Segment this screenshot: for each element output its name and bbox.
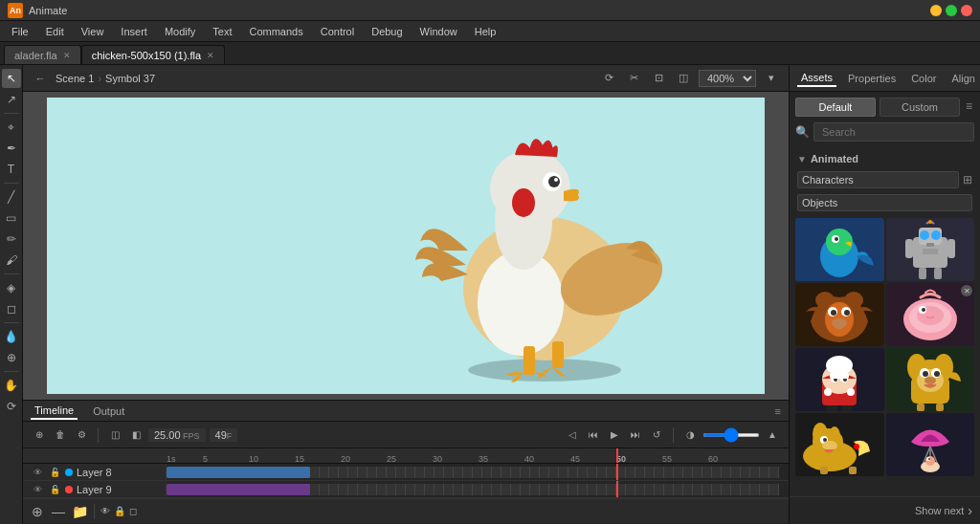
asset-ham-close[interactable]: ✕	[961, 285, 972, 296]
tab-alader[interactable]: alader.fla ✕	[4, 45, 81, 64]
show-next-button[interactable]: Show next	[915, 505, 964, 516]
asset-parachute[interactable]	[886, 413, 975, 476]
transform-tool[interactable]: ⟳	[2, 397, 21, 416]
text-tool[interactable]: T	[2, 160, 21, 179]
asset-parrot[interactable]	[795, 218, 884, 281]
bear-svg	[801, 283, 878, 346]
tab-close-alader[interactable]: ✕	[63, 51, 71, 60]
characters-select[interactable]: Characters	[797, 171, 959, 188]
asset-robot[interactable]	[886, 218, 975, 281]
show-next-icon[interactable]: ›	[968, 503, 972, 518]
tab-chicken[interactable]: chicken-500x150 (1).fla ✕	[81, 45, 225, 64]
layer-name-9[interactable]: Layer 9	[77, 484, 158, 495]
close-button[interactable]	[961, 5, 972, 16]
menu-control[interactable]: Control	[313, 24, 362, 39]
panel-tab-properties[interactable]: Properties	[844, 71, 900, 86]
section-chevron[interactable]: ▼	[797, 154, 807, 164]
menu-file[interactable]: File	[4, 24, 36, 39]
play-button[interactable]: ▶	[606, 426, 623, 444]
eyedrop-tool[interactable]: 💧	[2, 327, 21, 346]
pencil-tool[interactable]: ✏	[2, 229, 21, 249]
asset-cartoon-dog[interactable]	[886, 348, 975, 411]
menu-edit[interactable]: Edit	[38, 24, 72, 39]
menu-text[interactable]: Text	[205, 24, 239, 39]
objects-select[interactable]: Objects	[797, 194, 972, 211]
layer-track-8	[167, 464, 789, 480]
layer-name-8[interactable]: Layer 8	[77, 467, 158, 478]
timeline-layers: 👁 🔓 Layer 8 👁 🔓	[23, 464, 789, 523]
new-keyframe-button[interactable]: ◧	[127, 426, 145, 444]
panel-tab-color[interactable]: Color	[907, 71, 940, 86]
new-frame-button[interactable]: ◫	[106, 426, 123, 444]
menu-debug[interactable]: Debug	[364, 24, 410, 39]
timeline-tab[interactable]: Timeline	[31, 403, 78, 420]
asset-bear[interactable]	[795, 283, 884, 346]
default-button[interactable]: Default	[795, 98, 876, 117]
maximize-button[interactable]	[946, 5, 957, 16]
layer-visibility-8[interactable]: 👁	[31, 466, 44, 479]
stage[interactable]	[47, 98, 765, 394]
onion-skin-button[interactable]: ◑	[681, 426, 699, 444]
volume-slider[interactable]	[702, 433, 760, 437]
add-layer-icon[interactable]: ⊕	[29, 504, 46, 519]
zoom-select[interactable]: 400% 200% 100% 75% 50%	[699, 70, 756, 87]
layer-controls-bar: ⊕ — 📁 👁 🔒 ◻	[23, 498, 789, 523]
zoom-dropdown-icon[interactable]: ▾	[762, 69, 781, 88]
delete-layer-icon[interactable]: —	[50, 504, 67, 519]
view-icon[interactable]: ◫	[674, 69, 693, 88]
layer-lock-9[interactable]: 🔓	[48, 483, 61, 496]
tab-close-chicken[interactable]: ✕	[207, 51, 214, 60]
menu-modify[interactable]: Modify	[157, 24, 203, 39]
rotate-icon[interactable]: ⟳	[599, 69, 618, 88]
custom-button[interactable]: Custom	[880, 98, 960, 117]
panel-tab-assets[interactable]: Assets	[797, 70, 836, 87]
timeline-menu-icon[interactable]: ≡	[775, 405, 781, 417]
layer-lock-8[interactable]: 🔓	[48, 466, 61, 479]
layer-visibility-9[interactable]: 👁	[31, 483, 44, 496]
zoom-tool[interactable]: ⊕	[2, 348, 21, 367]
minimize-button[interactable]	[930, 5, 942, 16]
layer-folder-icon[interactable]: 📁	[71, 504, 88, 519]
lock-all-btn[interactable]: 🔒	[114, 506, 125, 516]
back-button[interactable]: ←	[31, 69, 50, 88]
brush-tool[interactable]: 🖌	[2, 251, 21, 270]
outline-all-btn[interactable]: ◻	[129, 506, 137, 516]
menu-window[interactable]: Window	[412, 24, 465, 39]
add-layer-button[interactable]: ⊕	[31, 426, 48, 444]
pen-tool[interactable]: ✒	[2, 139, 21, 158]
show-all-layers-btn[interactable]: 👁	[100, 506, 110, 516]
asset-dog2[interactable]	[795, 413, 884, 476]
assets-list-icon[interactable]: ≡	[964, 98, 974, 117]
svg-rect-64	[936, 404, 944, 411]
titlebar-controls[interactable]	[930, 5, 972, 16]
output-tab[interactable]: Output	[89, 404, 128, 419]
svg-point-78	[928, 458, 930, 460]
eraser-tool[interactable]: ◻	[2, 299, 21, 318]
loop-button[interactable]: ↺	[648, 426, 665, 444]
search-input[interactable]	[813, 122, 974, 142]
arrow-tool[interactable]: ↖	[2, 69, 21, 88]
menu-insert[interactable]: Insert	[113, 24, 155, 39]
line-tool[interactable]: ╱	[2, 187, 21, 207]
asset-ham[interactable]: ✕	[886, 283, 975, 346]
asset-santa[interactable]	[795, 348, 884, 411]
lasso-tool[interactable]: ⌖	[2, 118, 21, 137]
fill-tool[interactable]: ◈	[2, 278, 21, 297]
cartoon-dog-svg	[892, 348, 969, 411]
panel-tab-align[interactable]: Align	[947, 71, 978, 86]
rect-tool[interactable]: ▭	[2, 208, 21, 228]
fit-icon[interactable]: ⊡	[649, 69, 668, 88]
hand-tool[interactable]: ✋	[2, 376, 21, 395]
menu-help[interactable]: Help	[467, 24, 504, 39]
menu-commands[interactable]: Commands	[241, 24, 310, 39]
step-forward-button[interactable]: ⏭	[627, 426, 644, 444]
settings-button[interactable]: ▲	[764, 426, 781, 444]
layer-props-button[interactable]: ⚙	[73, 426, 90, 444]
step-back-button[interactable]: ⏮	[585, 426, 602, 444]
clip-icon[interactable]: ✂	[624, 69, 643, 88]
subsel-tool[interactable]: ↗	[2, 90, 21, 109]
menu-view[interactable]: View	[74, 24, 112, 39]
delete-layer-button[interactable]: 🗑	[52, 426, 69, 444]
filter-icon[interactable]: ⊞	[963, 173, 972, 186]
play-reverse-button[interactable]: ◁	[564, 426, 581, 444]
